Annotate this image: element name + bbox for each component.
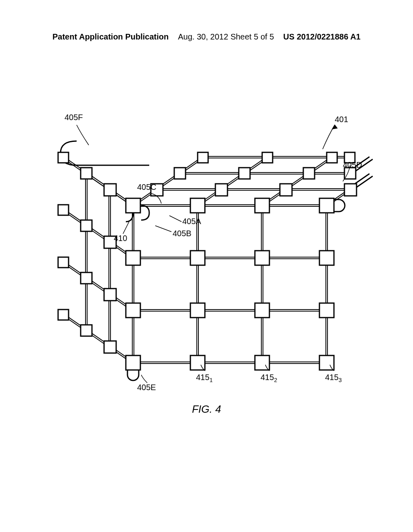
svg-rect-81 [81,168,92,179]
svg-rect-49 [126,198,140,213]
svg-rect-75 [327,152,337,163]
svg-rect-60 [319,303,334,318]
svg-rect-83 [81,272,92,284]
label-405B: 405B [173,229,192,238]
header-center: Aug. 30, 2012 Sheet 5 of 5 [178,32,274,42]
label-405C: 405C [137,183,156,192]
svg-rect-85 [58,152,69,163]
header-right: US 2012/0221886 A1 [283,32,361,42]
svg-rect-71 [303,168,315,179]
svg-rect-68 [344,184,357,196]
label-415-2: 4152 [261,373,277,383]
label-405A: 405A [182,217,201,226]
svg-rect-58 [190,303,205,318]
svg-rect-59 [255,303,269,318]
label-405F: 405F [65,113,83,122]
svg-rect-61 [126,355,140,370]
svg-rect-66 [215,184,227,196]
svg-rect-80 [104,341,116,353]
svg-rect-88 [58,310,69,320]
svg-rect-56 [319,251,334,265]
svg-rect-70 [239,168,250,179]
svg-rect-77 [104,184,116,196]
svg-rect-79 [104,289,116,301]
label-410: 410 [114,234,127,243]
svg-rect-52 [319,198,334,213]
svg-rect-82 [81,220,92,231]
svg-rect-84 [81,325,92,336]
svg-rect-86 [58,205,69,215]
torus-diagram: .link { stroke: #000; stroke-width: 3; f… [52,109,355,391]
figure-area: .link { stroke: #000; stroke-width: 3; f… [52,109,355,391]
header-left: Patent Application Publication [52,32,169,42]
svg-rect-53 [126,251,140,265]
svg-rect-55 [255,251,269,265]
figure-caption: FIG. 4 [0,403,413,416]
svg-rect-74 [262,152,273,163]
svg-rect-87 [58,257,69,268]
svg-rect-57 [126,303,140,318]
label-405E: 405E [137,383,156,392]
svg-rect-50 [190,198,205,213]
svg-rect-69 [174,168,186,179]
svg-rect-54 [190,251,205,265]
label-415-3: 4153 [325,373,342,383]
svg-rect-73 [198,152,208,163]
svg-rect-67 [280,184,292,196]
label-401: 401 [335,115,348,124]
label-405D: 405D [343,160,362,170]
label-415-1: 4151 [196,373,213,383]
svg-rect-51 [255,198,269,213]
page-header: Patent Application Publication Aug. 30, … [0,0,413,42]
svg-rect-5 [52,109,355,391]
